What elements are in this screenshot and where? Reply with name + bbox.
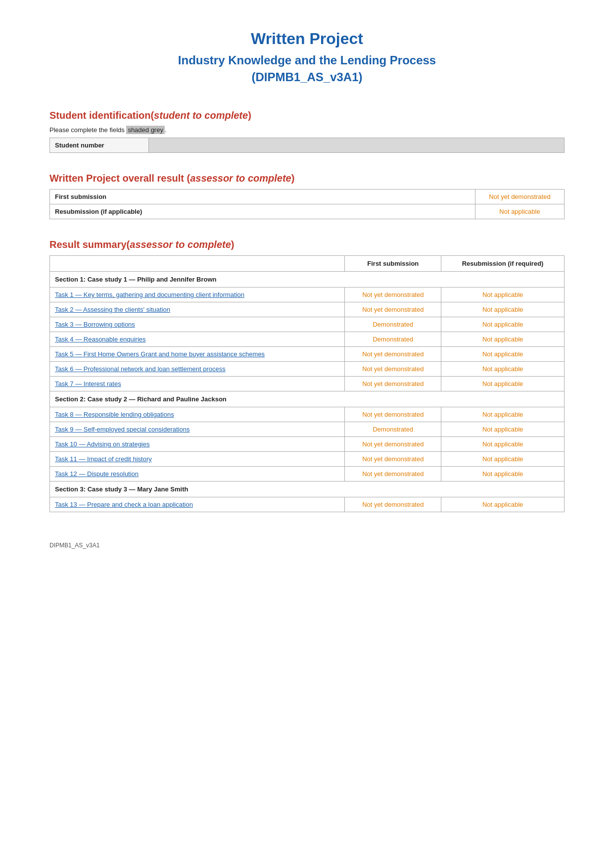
task-row: Task 10 — Advising on strategiesNot yet … <box>50 437 565 452</box>
col-header-first: First submission <box>345 256 441 272</box>
result-summary-section: Result summary(assessor to complete) Fir… <box>49 239 565 512</box>
task-label[interactable]: Task 9 — Self-employed special considera… <box>50 422 345 437</box>
overall-heading-text: Written Project overall result ( <box>49 173 190 184</box>
result-table-header-row: First submission Resubmission (if requir… <box>50 256 565 272</box>
task-first-status: Not yet demonstrated <box>345 377 441 391</box>
task-row: Task 6 — Professional network and loan s… <box>50 362 565 377</box>
first-submission-label: First submission <box>50 190 475 204</box>
task-resubmission-status: Not applicable <box>441 347 565 362</box>
footer: DIPMB1_AS_v3A1 <box>49 542 565 549</box>
task-resubmission-status: Not applicable <box>441 288 565 302</box>
task-row: Task 5 — First Home Owners Grant and hom… <box>50 347 565 362</box>
page-subtitle: Industry Knowledge and the Lending Proce… <box>49 52 565 85</box>
instruction-prefix: Please complete the fields <box>49 126 126 134</box>
task-row: Task 1 — Key terms, gathering and docume… <box>50 288 565 302</box>
task-resubmission-status: Not applicable <box>441 422 565 437</box>
section-header-cell-2: Section 3: Case study 3 — Mary Jane Smit… <box>50 482 565 497</box>
task-label[interactable]: Task 13 — Prepare and check a loan appli… <box>50 497 345 512</box>
task-row: Task 4 — Reasonable enquiriesDemonstrate… <box>50 332 565 347</box>
task-resubmission-status: Not applicable <box>441 317 565 332</box>
footer-text: DIPMB1_AS_v3A1 <box>49 542 99 549</box>
section-header-row-2: Section 3: Case study 3 — Mary Jane Smit… <box>50 482 565 497</box>
task-resubmission-status: Not applicable <box>441 437 565 452</box>
result-summary-heading: Result summary(assessor to complete) <box>49 239 565 250</box>
student-heading-italic: student to complete <box>154 110 248 121</box>
task-first-status: Not yet demonstrated <box>345 302 441 317</box>
task-label[interactable]: Task 5 — First Home Owners Grant and hom… <box>50 347 345 362</box>
result-summary-table: First submission Resubmission (if requir… <box>49 255 565 512</box>
student-identification-section: Student identification(student to comple… <box>49 110 565 153</box>
task-row: Task 3 — Borrowing optionsDemonstratedNo… <box>50 317 565 332</box>
section-header-row-0: Section 1: Case study 1 — Philip and Jen… <box>50 272 565 288</box>
overall-result-table: First submission Not yet demonstrated Re… <box>49 189 565 219</box>
overall-result-section: Written Project overall result (assessor… <box>49 173 565 219</box>
task-resubmission-status: Not applicable <box>441 377 565 391</box>
student-section-heading: Student identification(student to comple… <box>49 110 565 121</box>
task-label[interactable]: Task 8 — Responsible lending obligations <box>50 407 345 422</box>
task-label[interactable]: Task 3 — Borrowing options <box>50 317 345 332</box>
col-header-resubmission: Resubmission (if required) <box>441 256 565 272</box>
task-first-status: Not yet demonstrated <box>345 347 441 362</box>
section-header-cell-1: Section 2: Case study 2 — Richard and Pa… <box>50 391 565 407</box>
instruction-suffix: . <box>165 126 167 134</box>
task-row: Task 11 — Impact of credit historyNot ye… <box>50 452 565 467</box>
result-heading-end: ) <box>231 239 235 250</box>
task-resubmission-status: Not applicable <box>441 332 565 347</box>
resubmission-label: Resubmission (if applicable) <box>50 204 475 219</box>
overall-heading-end: ) <box>291 173 295 184</box>
task-row: Task 8 — Responsible lending obligations… <box>50 407 565 422</box>
task-first-status: Demonstrated <box>345 332 441 347</box>
section-header-cell-0: Section 1: Case study 1 — Philip and Jen… <box>50 272 565 288</box>
overall-heading-italic: assessor to complete <box>190 173 291 184</box>
task-row: Task 2 — Assessing the clients' situatio… <box>50 302 565 317</box>
student-instruction: Please complete the fields shaded grey. <box>49 126 565 134</box>
task-label[interactable]: Task 2 — Assessing the clients' situatio… <box>50 302 345 317</box>
task-row: Task 12 — Dispute resolutionNot yet demo… <box>50 467 565 482</box>
task-first-status: Demonstrated <box>345 422 441 437</box>
task-row: Task 13 — Prepare and check a loan appli… <box>50 497 565 512</box>
student-number-table: Student number <box>49 138 565 153</box>
task-first-status: Demonstrated <box>345 317 441 332</box>
instruction-highlight: shaded grey <box>126 126 165 134</box>
first-submission-row: First submission Not yet demonstrated <box>50 190 565 204</box>
page-title: Written Project <box>49 30 565 48</box>
first-submission-status: Not yet demonstrated <box>475 190 565 204</box>
task-first-status: Not yet demonstrated <box>345 362 441 377</box>
task-label[interactable]: Task 1 — Key terms, gathering and docume… <box>50 288 345 302</box>
task-first-status: Not yet demonstrated <box>345 467 441 482</box>
col-header-task <box>50 256 345 272</box>
task-first-status: Not yet demonstrated <box>345 437 441 452</box>
task-first-status: Not yet demonstrated <box>345 452 441 467</box>
task-first-status: Not yet demonstrated <box>345 288 441 302</box>
task-first-status: Not yet demonstrated <box>345 407 441 422</box>
resubmission-status: Not applicable <box>475 204 565 219</box>
task-label[interactable]: Task 4 — Reasonable enquiries <box>50 332 345 347</box>
task-label[interactable]: Task 6 — Professional network and loan s… <box>50 362 345 377</box>
task-label[interactable]: Task 11 — Impact of credit history <box>50 452 345 467</box>
overall-result-heading: Written Project overall result (assessor… <box>49 173 565 184</box>
task-resubmission-status: Not applicable <box>441 467 565 482</box>
task-label[interactable]: Task 7 — Interest rates <box>50 377 345 391</box>
task-row: Task 9 — Self-employed special considera… <box>50 422 565 437</box>
student-heading-text: Student identification <box>49 110 150 121</box>
task-resubmission-status: Not applicable <box>441 362 565 377</box>
task-label[interactable]: Task 10 — Advising on strategies <box>50 437 345 452</box>
student-number-input[interactable] <box>149 138 565 153</box>
student-number-label: Student number <box>50 138 149 153</box>
section-header-row-1: Section 2: Case study 2 — Richard and Pa… <box>50 391 565 407</box>
task-label[interactable]: Task 12 — Dispute resolution <box>50 467 345 482</box>
task-resubmission-status: Not applicable <box>441 407 565 422</box>
task-first-status: Not yet demonstrated <box>345 497 441 512</box>
resubmission-row: Resubmission (if applicable) Not applica… <box>50 204 565 219</box>
task-resubmission-status: Not applicable <box>441 452 565 467</box>
student-number-row: Student number <box>50 138 565 153</box>
task-resubmission-status: Not applicable <box>441 302 565 317</box>
result-heading-italic: assessor to complete <box>130 239 231 250</box>
result-heading-text: Result summary( <box>49 239 130 250</box>
task-resubmission-status: Not applicable <box>441 497 565 512</box>
task-row: Task 7 — Interest ratesNot yet demonstra… <box>50 377 565 391</box>
